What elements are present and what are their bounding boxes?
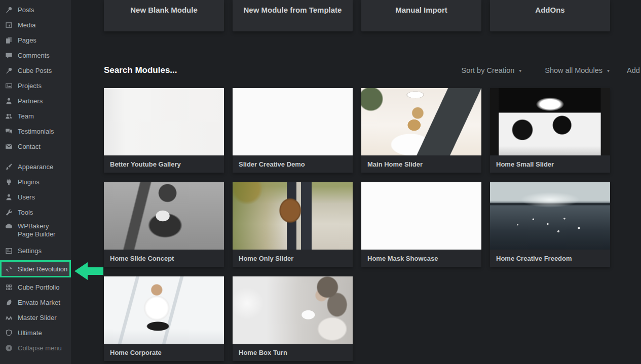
toolbar-controls: Sort by Creation▾ Show all Modules▾ [462, 66, 610, 74]
spotlight-arrow-icon [74, 262, 103, 282]
sidebar-item-projects[interactable]: Projects [0, 78, 71, 93]
filter-dropdown[interactable]: Show all Modules▾ [545, 66, 610, 74]
sidebar-item-posts[interactable]: Posts [0, 2, 71, 17]
module-card[interactable]: Home Box Turn [233, 276, 353, 361]
sidebar-item-label: Pages [18, 36, 36, 44]
leaf-icon [5, 299, 13, 306]
module-card[interactable]: Slider Creative Demo [233, 88, 353, 173]
module-thumbnail[interactable] [233, 182, 353, 250]
manual-import-button[interactable]: Manual Import [361, 0, 481, 31]
module-title: Home Box Turn [239, 349, 287, 356]
sidebar-item-label: Users [18, 193, 35, 201]
sidebar-item-label: Team [18, 112, 34, 120]
module-thumbnail[interactable] [104, 276, 224, 344]
people-icon [5, 112, 13, 120]
chat-bubbles-icon [5, 128, 13, 135]
sidebar-item-envato-market[interactable]: Envato Market [0, 295, 71, 310]
module-card[interactable]: Home Only Slider [233, 182, 353, 267]
sidebar-item-label: Comments [18, 52, 50, 59]
wave-icon [5, 314, 13, 321]
module-card[interactable]: Home Small Slider [490, 88, 610, 173]
settings-icon [5, 247, 13, 255]
module-actions: New Blank Module New Module from Templat… [104, 0, 610, 31]
sidebar-item-comments[interactable]: Comments [0, 48, 71, 63]
sidebar-item-tools[interactable]: Tools [0, 205, 71, 220]
pin-icon [5, 67, 13, 74]
modules-toolbar: Sort by Creation▾ Show all Modules▾ [104, 60, 610, 81]
module-thumbnail[interactable] [361, 88, 481, 155]
module-thumbnail[interactable] [104, 182, 224, 250]
module-card[interactable]: Home Corporate [104, 276, 224, 361]
sidebar-item-cube-posts[interactable]: Cube Posts [0, 63, 71, 78]
add-button[interactable]: Add [627, 66, 640, 74]
sidebar-item-label: Appearance [18, 163, 53, 171]
sidebar-item-cube-portfolio[interactable]: Cube Portfolio [0, 279, 71, 295]
sidebar-item-label: Settings [18, 247, 42, 255]
sidebar-item-ultimate[interactable]: Ultimate [0, 325, 71, 340]
module-title: Slider Creative Demo [239, 160, 305, 168]
sidebar-item-label: Projects [18, 82, 42, 90]
module-card[interactable]: Better Youtube Gallery [104, 88, 224, 173]
sidebar-item-team[interactable]: Team [0, 108, 71, 124]
module-title: Main Home Slider [367, 160, 423, 168]
sidebar-item-testimonials[interactable]: Testimonials [0, 124, 71, 139]
module-thumbnail[interactable] [490, 182, 610, 250]
brush-icon [5, 163, 13, 171]
sidebar-item-label: Master Slider [18, 314, 57, 321]
sidebar-item-pages[interactable]: Pages [0, 32, 71, 48]
sidebar-item-wpbakery[interactable]: WPBakery Page Builder [0, 220, 71, 243]
sidebar-item-label: Posts [18, 6, 34, 14]
sidebar-item-partners[interactable]: Partners [0, 93, 71, 108]
sidebar-item-label: Partners [18, 97, 43, 105]
search-modules-input[interactable] [104, 65, 271, 75]
module-thumbnail[interactable] [233, 88, 353, 155]
sidebar-item-plugins[interactable]: Plugins [0, 174, 71, 189]
module-card[interactable]: Home Mask Showcase [361, 182, 481, 267]
sidebar-item-label: Envato Market [18, 299, 60, 306]
sidebar-item-slider-revolution[interactable]: Slider Revolution◀ [0, 260, 71, 277]
sidebar-item-contact[interactable]: Contact [0, 139, 71, 154]
shield-icon [5, 329, 13, 337]
module-title: Home Only Slider [239, 255, 293, 262]
module-card[interactable]: Home Slide Concept [104, 182, 224, 267]
pages-icon [5, 36, 13, 44]
person-icon [5, 193, 13, 201]
addons-button[interactable]: AddOns [490, 0, 610, 31]
module-thumbnail[interactable] [361, 182, 481, 250]
media-icon [5, 21, 13, 29]
sidebar-item-label: Ultimate [18, 329, 42, 337]
sort-dropdown-label: Sort by Creation [462, 66, 515, 74]
module-thumbnail[interactable] [490, 88, 610, 155]
sidebar-item-collapse-menu[interactable]: Collapse menu [0, 340, 71, 355]
module-thumbnail[interactable] [104, 88, 224, 155]
module-title: Home Slide Concept [110, 255, 174, 262]
sidebar-item-label: Slider Revolution [18, 265, 67, 273]
filter-dropdown-label: Show all Modules [545, 66, 602, 74]
sidebar-item-label: Cube Portfolio [18, 284, 59, 291]
person-icon [5, 97, 13, 105]
sidebar-item-master-slider[interactable]: Master Slider [0, 310, 71, 325]
module-thumbnail[interactable] [233, 276, 353, 344]
sidebar-item-media[interactable]: Media [0, 17, 71, 32]
module-title: Better Youtube Gallery [110, 160, 181, 168]
plug-icon [5, 178, 13, 186]
sidebar-item-label: Contact [18, 143, 41, 150]
sidebar-item-label: WPBakery Page Builder [18, 222, 64, 238]
comment-icon [5, 52, 13, 59]
sidebar-item-label: Tools [18, 209, 33, 216]
new-blank-module-button[interactable]: New Blank Module [104, 0, 224, 31]
new-module-from-template-button[interactable]: New Module from Template [233, 0, 353, 31]
sidebar-item-appearance[interactable]: Appearance [0, 159, 71, 174]
pin-icon [5, 6, 13, 14]
cloud-icon [5, 222, 13, 230]
sidebar-item-label: Plugins [18, 178, 40, 186]
module-title: Home Creative Freedom [496, 255, 572, 262]
sort-dropdown[interactable]: Sort by Creation▾ [462, 66, 522, 74]
collapse-icon [5, 344, 13, 352]
module-card[interactable]: Main Home Slider [361, 88, 481, 173]
chevron-down-icon: ▾ [607, 68, 610, 73]
sidebar-item-settings[interactable]: Settings [0, 243, 71, 258]
module-card[interactable]: Home Creative Freedom [490, 182, 610, 267]
revolution-icon [5, 265, 13, 273]
sidebar-item-users[interactable]: Users [0, 189, 71, 205]
